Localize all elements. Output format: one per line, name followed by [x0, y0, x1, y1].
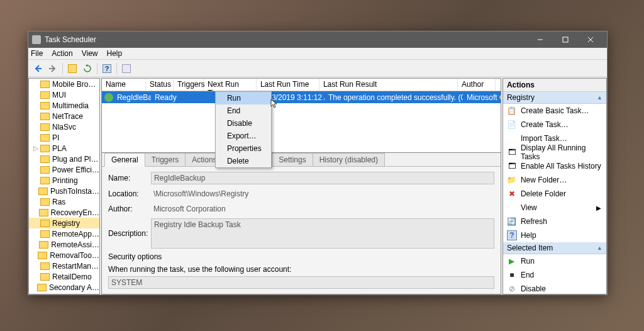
action-run[interactable]: ▶Run [503, 254, 606, 268]
toolbar-icon-2[interactable] [119, 62, 133, 76]
action-end[interactable]: ■End [503, 268, 606, 282]
tree-item[interactable]: Mobile Bro… [29, 79, 99, 89]
field-author: Microsoft Corporation [151, 203, 494, 215]
menu-file[interactable]: File [31, 49, 43, 58]
column-header[interactable]: Next Run Time [204, 79, 257, 91]
column-header[interactable]: Last Run Result [319, 79, 458, 91]
tree-item[interactable]: Multimedia [29, 100, 99, 111]
folder-icon [40, 81, 50, 88]
tree-item[interactable]: ▷PLA [29, 143, 99, 154]
action-view[interactable]: View▶ [503, 201, 606, 215]
tree-item[interactable]: MUI [29, 89, 99, 100]
action-disable[interactable]: ⊘Disable [503, 282, 606, 295]
context-run[interactable]: Run [216, 92, 271, 104]
action-create-basic-task-[interactable]: 📋Create Basic Task… [503, 104, 606, 118]
column-header[interactable]: Author [458, 79, 496, 91]
tree-item[interactable]: RetailDemo [29, 271, 99, 282]
maximize-button[interactable] [553, 31, 578, 48]
cell-author: Microsoft C… [463, 93, 501, 102]
tab-settings[interactable]: Settings [272, 153, 313, 166]
folder-icon [40, 166, 50, 174]
tab-general[interactable]: General [104, 153, 145, 167]
actions-group-registry[interactable]: Registry▲ [503, 92, 606, 104]
actions-header: Actions [503, 79, 606, 92]
actions-panel: Actions Registry▲ 📋Create Basic Task…📄Cr… [502, 78, 607, 295]
tree-item[interactable]: RemoteApp… [29, 228, 99, 239]
close-button[interactable] [578, 31, 603, 48]
action-icon: 🔄 [507, 216, 517, 227]
folder-icon [40, 123, 50, 131]
tree-item[interactable]: RemoteAssi… [29, 239, 99, 250]
task-row-selected[interactable]: RegIdleBack… Ready 7/3/2019 3:11:12 AM T… [102, 91, 501, 103]
tab-historydisabled[interactable]: History (disabled) [313, 153, 385, 166]
action-create-task-[interactable]: 📄Create Task… [503, 118, 606, 132]
action-display-all-running-tasks[interactable]: 🗔Display All Running Tasks [503, 145, 606, 159]
tab-strip: GeneralTriggersActionsConditionsSettings… [102, 153, 501, 167]
folder-icon [37, 284, 47, 291]
security-account: SYSTEM [108, 276, 494, 289]
action-enable-all-tasks-history[interactable]: 🗔Enable All Tasks History [503, 159, 606, 173]
actions-group-selected[interactable]: Selected Item▲ [503, 242, 606, 254]
toolbar-icon-1[interactable] [65, 62, 79, 76]
help-icon[interactable]: ? [100, 62, 114, 76]
column-header[interactable]: Last Run Time [257, 79, 319, 91]
tree-item[interactable]: RestartMan… [29, 261, 99, 271]
folder-icon [40, 262, 50, 270]
folder-icon [40, 220, 50, 227]
tree-item[interactable]: RecoveryEn… [29, 207, 99, 218]
app-icon [32, 35, 41, 44]
tree-item[interactable]: PI [29, 132, 99, 143]
tree-item[interactable]: Plug and Pl… [29, 154, 99, 164]
menu-help[interactable]: Help [107, 49, 123, 58]
field-description: Registry Idle Backup Task [151, 218, 494, 249]
folder-tree[interactable]: Mobile Bro…MUIMultimediaNetTraceNlaSvcPI… [28, 78, 100, 295]
forward-button[interactable] [46, 62, 60, 76]
folder-icon [40, 113, 50, 120]
label-location: Location: [108, 189, 151, 198]
context-end[interactable]: End [216, 104, 271, 117]
context-menu[interactable]: RunEndDisableExport…PropertiesDelete [215, 91, 272, 168]
folder-icon [40, 198, 50, 206]
action-icon: ✖ [507, 189, 517, 199]
folder-icon [39, 241, 48, 249]
menu-action[interactable]: Action [52, 49, 72, 58]
column-header[interactable]: Status [146, 79, 174, 91]
folder-icon [40, 102, 50, 109]
action-help[interactable]: ?Help [503, 228, 606, 242]
action-icon: 🗔 [507, 161, 517, 171]
column-header[interactable]: Name [102, 79, 146, 91]
folder-icon [40, 273, 50, 281]
action-delete-folder[interactable]: ✖Delete Folder [503, 187, 606, 201]
tree-item[interactable]: Servicing [29, 293, 99, 295]
action-new-folder-[interactable]: 📁New Folder… [503, 173, 606, 187]
action-icon: ▶ [507, 256, 517, 266]
tree-item[interactable]: Printing [29, 175, 99, 186]
list-header[interactable]: NameStatusTriggersNext Run TimeLast Run … [102, 79, 501, 91]
context-properties[interactable]: Properties [216, 142, 271, 155]
back-button[interactable] [31, 62, 45, 76]
tree-item[interactable]: Registry [29, 218, 99, 228]
tree-item[interactable]: Ras [29, 196, 99, 207]
tree-item[interactable]: Secondary A… [29, 282, 99, 293]
tree-item[interactable]: RemovalToo… [29, 250, 99, 261]
refresh-icon[interactable] [80, 62, 94, 76]
folder-icon [39, 209, 48, 216]
folder-icon [40, 91, 50, 99]
tree-item[interactable]: PushToInsta… [29, 186, 99, 196]
tree-item[interactable]: NlaSvc [29, 121, 99, 132]
menu-view[interactable]: View [82, 49, 98, 58]
column-header[interactable]: Triggers [174, 79, 204, 91]
security-heading: Security options [108, 252, 494, 261]
minimize-button[interactable] [528, 31, 553, 48]
folder-icon [38, 188, 48, 195]
cell-last-result: The operation completed successfully. (0… [325, 93, 463, 102]
tree-item[interactable]: Power Effici… [29, 164, 99, 175]
context-export[interactable]: Export… [216, 130, 271, 142]
tab-triggers[interactable]: Triggers [145, 153, 186, 166]
titlebar[interactable]: Task Scheduler [28, 31, 607, 48]
context-disable[interactable]: Disable [216, 117, 271, 130]
context-delete[interactable]: Delete [216, 155, 271, 167]
action-icon: 📁 [507, 175, 517, 185]
action-refresh[interactable]: 🔄Refresh [503, 215, 606, 228]
tree-item[interactable]: NetTrace [29, 111, 99, 121]
